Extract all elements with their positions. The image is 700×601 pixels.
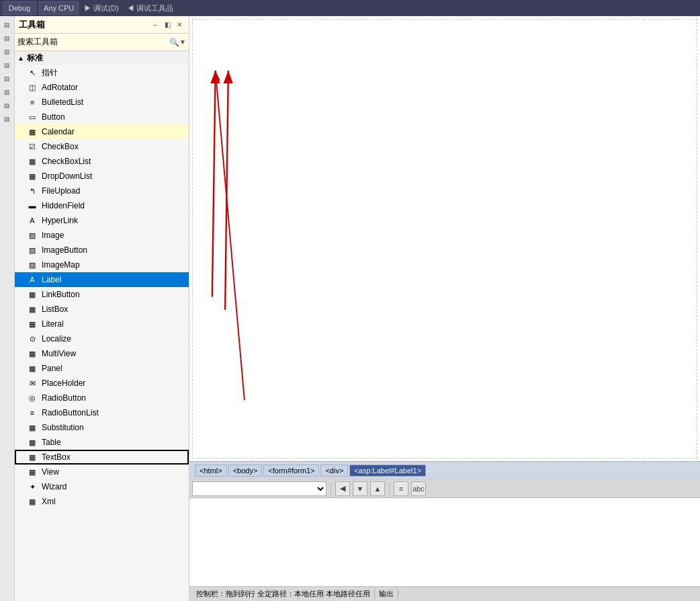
toolbox-item-hiddenfield[interactable]: ▬HiddenField: [15, 198, 189, 213]
right-area: <html> <body> <form#form1> <div> <asp:La…: [189, 16, 700, 601]
left-icon-8[interactable]: ▤: [1, 113, 13, 125]
toolbar-btn-2[interactable]: ▼: [353, 481, 367, 496]
svg-line-2: [225, 71, 228, 310]
toolbox-item-imagemap[interactable]: ▨ImageMap: [15, 257, 189, 272]
toolbox-item-imagebutton[interactable]: ▨ImageButton: [15, 243, 189, 257]
toolbox-item-button[interactable]: ▭Button: [15, 110, 189, 124]
dropdownlist-label: DropDownList: [42, 171, 92, 181]
toolbox-item-image[interactable]: ▨Image: [15, 228, 189, 243]
toolbox-panel: 工具箱 – ◧ ✕ 搜索工具箱 🔍 ▼ ▲ 标准 ↖指针◫AdRotator≡B…: [15, 16, 189, 601]
left-icon-6[interactable]: ▤: [1, 86, 13, 98]
toolbox-item-dropdownlist[interactable]: ▦DropDownList: [15, 169, 189, 184]
substitution-label: Substitution: [42, 423, 84, 432]
toolbox-item-multiview[interactable]: ▦MultiView: [15, 346, 189, 361]
multiview-label: MultiView: [42, 349, 76, 358]
toolbox-item-radiobuttonlist[interactable]: ≡RadioButtonList: [15, 405, 189, 420]
main-layout: ▤ ▤ ▤ ▤ ▤ ▤ ▤ ▤ 工具箱 – ◧ ✕ 搜索工具箱 🔍 ▼: [0, 16, 700, 601]
toolbox-item-listbox[interactable]: ▦ListBox: [15, 302, 189, 317]
toolbox-item-substitution[interactable]: ▦Substitution: [15, 420, 189, 435]
checkboxlist-label: CheckBoxList: [42, 157, 91, 166]
imagebutton-label: ImageButton: [42, 245, 87, 255]
breadcrumb-div[interactable]: <div>: [320, 465, 348, 477]
toolbox-item-panel[interactable]: ▦Panel: [15, 361, 189, 376]
toolbox-minimize-btn[interactable]: –: [150, 19, 161, 30]
left-icon-2[interactable]: ▤: [1, 32, 13, 44]
toolbox-item-table[interactable]: ▦Table: [15, 435, 189, 450]
bulletedlist-label: BulletedList: [42, 97, 83, 107]
toolbox-item-hyperlink[interactable]: AHyperLink: [15, 213, 189, 228]
breadcrumb-html[interactable]: <html>: [195, 465, 227, 477]
category-label: 标准: [27, 52, 43, 64]
pointer-icon: ↖: [26, 67, 39, 78]
debug-btn[interactable]: Debug: [3, 1, 36, 15]
platform-btn[interactable]: Any CPU: [39, 1, 79, 15]
toolbox-item-label[interactable]: ALabel: [15, 272, 189, 287]
toolbox-item-pointer[interactable]: ↖指针: [15, 65, 189, 80]
toolbox-item-adrotator[interactable]: ◫AdRotator: [15, 80, 189, 95]
multiview-icon: ▦: [26, 348, 39, 359]
left-icon-7[interactable]: ▤: [1, 99, 13, 112]
fileupload-label: FileUpload: [42, 186, 80, 196]
image-label: Image: [42, 231, 64, 240]
toolbox-close-btn[interactable]: ✕: [174, 19, 185, 30]
left-icon-1[interactable]: ▤: [1, 19, 13, 31]
bottom-content-area: [189, 498, 700, 586]
toolbar-btn-3[interactable]: ▲: [370, 481, 385, 496]
toolbox-float-btn[interactable]: ◧: [162, 19, 173, 30]
left-icon-4[interactable]: ▤: [1, 59, 13, 71]
bottom-toolbar-select[interactable]: [192, 481, 326, 496]
bottom-panel: ◀ ▼ ▲ ≡ abc: [189, 479, 700, 586]
xml-icon: ▦: [26, 496, 39, 507]
literal-icon: ▦: [26, 319, 39, 329]
hyperlink-label: HyperLink: [42, 216, 78, 225]
toolbox-item-calendar[interactable]: ▦Calendar: [15, 124, 189, 139]
breadcrumb-label1[interactable]: <asp:Label#Label1>: [349, 465, 426, 477]
linkbutton-icon: ▦: [26, 289, 39, 300]
toolbar-btn-5[interactable]: abc: [411, 481, 426, 496]
checkbox-icon: ☑: [26, 141, 39, 152]
toolbox-items-list: ↖指针◫AdRotator≡BulletedList▭Button▦Calend…: [15, 65, 189, 509]
toolbox-item-wizard[interactable]: ✦Wizard: [15, 479, 189, 494]
toolbar-btn-4[interactable]: ≡: [394, 481, 408, 496]
svg-line-3: [216, 71, 245, 400]
category-arrow-icon: ▲: [17, 54, 24, 62]
label-label: Label: [42, 275, 61, 284]
toolbox-category-header-standard[interactable]: ▲ 标准: [15, 51, 189, 65]
toolbox-item-linkbutton[interactable]: ▦LinkButton: [15, 287, 189, 302]
toolbox-scroll-area[interactable]: ▲ 标准 ↖指针◫AdRotator≡BulletedList▭Button▦C…: [15, 51, 189, 601]
radiobuttonlist-icon: ≡: [26, 407, 39, 418]
toolbox-item-view[interactable]: ▦View: [15, 465, 189, 479]
build-label: ▶ 调试(D): [81, 3, 121, 13]
left-icon-3[interactable]: ▤: [1, 46, 13, 58]
toolbar-btn-1[interactable]: ◀: [335, 481, 350, 496]
toolbox-item-fileupload[interactable]: ↰FileUpload: [15, 184, 189, 198]
bottom-toolbar: ◀ ▼ ▲ ≡ abc: [189, 479, 700, 498]
toolbox-item-checkboxlist[interactable]: ▦CheckBoxList: [15, 154, 189, 169]
checkboxlist-icon: ▦: [26, 156, 39, 167]
breadcrumb-form[interactable]: <form#form1>: [263, 465, 319, 477]
toolbox-item-placeholder[interactable]: ✉PlaceHolder: [15, 376, 189, 391]
toolbox-item-checkbox[interactable]: ☑CheckBox: [15, 139, 189, 154]
toolbox-item-textbox[interactable]: ▦TextBox: [15, 450, 189, 465]
search-icon: 🔍: [169, 38, 179, 47]
wizard-icon: ✦: [26, 481, 39, 492]
search-dropdown-arrow[interactable]: ▼: [179, 38, 186, 46]
button-label: Button: [42, 112, 65, 122]
adrotator-icon: ◫: [26, 82, 39, 93]
status-item-1: 控制栏：拖到到行 全定路径：本地任用 本地路径任用: [192, 589, 375, 599]
left-sidebar-icons: ▤ ▤ ▤ ▤ ▤ ▤ ▤ ▤: [0, 16, 15, 601]
left-icon-5[interactable]: ▤: [1, 73, 13, 85]
listbox-label: ListBox: [42, 305, 68, 314]
panel-label: Panel: [42, 364, 62, 373]
toolbox-item-localize[interactable]: ⊙Localize: [15, 331, 189, 346]
toolbox-item-literal[interactable]: ▦Literal: [15, 317, 189, 331]
toolbox-item-radiobutton[interactable]: ◎RadioButton: [15, 391, 189, 405]
hyperlink-icon: A: [26, 215, 39, 226]
localize-icon: ⊙: [26, 333, 39, 344]
breadcrumb-body[interactable]: <body>: [228, 465, 263, 477]
radiobutton-icon: ◎: [26, 393, 39, 403]
toolbox-item-bulletedlist[interactable]: ≡BulletedList: [15, 95, 189, 110]
wizard-label: Wizard: [42, 482, 67, 491]
toolbox-item-xml[interactable]: ▦Xml: [15, 494, 189, 509]
design-canvas: [192, 19, 697, 458]
